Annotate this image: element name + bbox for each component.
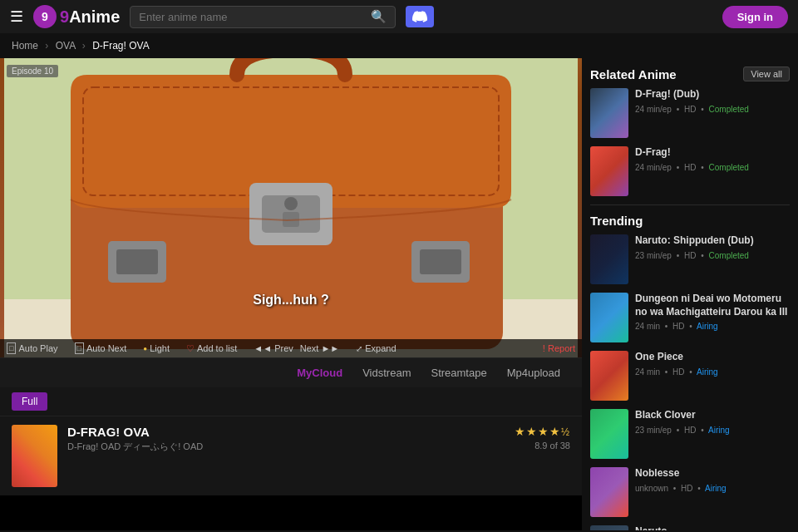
rating-count: 8.9 of 38 xyxy=(534,441,570,451)
discord-icon[interactable] xyxy=(406,6,434,27)
bag-illustration xyxy=(0,58,582,357)
search-input[interactable] xyxy=(131,7,362,27)
trending-info-3: One Piece 24 min • HD • Airing xyxy=(635,351,790,378)
search-bar[interactable]: 🔍 xyxy=(130,6,396,28)
trending-thumb-2 xyxy=(590,293,628,342)
related-thumb-2 xyxy=(590,146,628,196)
stream-tab-mp4upload[interactable]: Mp4upload xyxy=(497,363,570,382)
trending-info-4: Black Clover 23 min/ep • HD • Airing xyxy=(635,409,790,436)
anime-rating: ★★★★½ 8.9 of 38 xyxy=(515,425,570,451)
trending-info-2: Dungeon ni Deai wo Motomeru no wa Machig… xyxy=(635,293,790,332)
search-button[interactable]: 🔍 xyxy=(362,7,395,27)
trending-title-3: One Piece xyxy=(635,351,790,364)
stream-tab-vidstream[interactable]: Vidstream xyxy=(352,363,421,382)
related-meta-2: 24 min/ep • HD • Completed xyxy=(635,161,790,174)
trending-info-1: Naruto: Shippuden (Dub) 23 min/ep • HD •… xyxy=(635,234,790,262)
stream-tab-mycloud[interactable]: MyCloud xyxy=(287,363,352,382)
episode-badge: Episode 10 xyxy=(7,65,58,77)
hamburger-menu[interactable]: ☰ xyxy=(10,7,23,26)
prev-button[interactable]: ◄◄ Prev xyxy=(254,343,293,353)
related-anime-item[interactable]: D-Frag! 24 min/ep • HD • Completed xyxy=(590,146,790,196)
trending-thumb-6 xyxy=(590,525,628,530)
related-meta-1: 24 min/ep • HD • Completed xyxy=(635,103,790,116)
trending-thumb-3 xyxy=(590,351,628,401)
anime-info-row: D-FRAG! OVA D-Frag! OAD ディーふらぐ! OAD ★★★★… xyxy=(0,416,582,495)
anime-thumbnail xyxy=(12,425,57,487)
trending-title: Trending xyxy=(590,214,643,228)
trending-title-4: Black Clover xyxy=(635,409,790,422)
trending-thumb-5 xyxy=(590,467,628,517)
subtitle-text: Sigh...huh ? xyxy=(253,293,329,308)
trending-item[interactable]: Noblesse unknown • HD • Airing xyxy=(590,467,790,517)
video-controls: □ Auto Play □ Auto Next ● Light ♡ Add to… xyxy=(0,339,582,357)
anime-info-text: D-FRAG! OVA D-Frag! OAD ディーふらぐ! OAD xyxy=(67,425,505,453)
video-frame: Episode 10 Sigh...huh ? xyxy=(0,58,582,357)
auto-play-control[interactable]: □ Auto Play xyxy=(7,342,58,354)
trending-item[interactable]: One Piece 24 min • HD • Airing xyxy=(590,351,790,401)
related-info-1: D-Frag! (Dub) 24 min/ep • HD • Completed xyxy=(635,88,790,116)
logo-icon: 9 xyxy=(33,5,57,28)
trending-header: Trending xyxy=(590,214,790,228)
trending-info-6: Naruto 24 min • HD • Completed xyxy=(635,525,790,530)
trending-title-2: Dungeon ni Deai wo Motomeru no wa Machig… xyxy=(635,293,790,318)
trending-meta-1: 23 min/ep • HD • Completed xyxy=(635,249,790,262)
related-thumb-1 xyxy=(590,88,628,138)
trending-title-5: Noblesse xyxy=(635,467,790,480)
auto-next-control[interactable]: □ Auto Next xyxy=(75,342,127,354)
expand-button[interactable]: ⤢ Expand xyxy=(356,343,396,353)
trending-meta-5: unknown • HD • Airing xyxy=(635,482,790,495)
report-button[interactable]: ! Report xyxy=(543,343,575,353)
breadcrumb-current: D-Frag! OVA xyxy=(92,40,149,52)
video-player[interactable]: Episode 10 Sigh...huh ? □ Auto Play □ Au… xyxy=(0,58,582,357)
main-layout: Episode 10 Sigh...huh ? □ Auto Play □ Au… xyxy=(0,58,798,530)
trending-meta-4: 23 min/ep • HD • Airing xyxy=(635,424,790,436)
light-control[interactable]: ● Light xyxy=(143,343,170,353)
related-title-1: D-Frag! (Dub) xyxy=(635,88,790,101)
trending-item[interactable]: Black Clover 23 min/ep • HD • Airing xyxy=(590,409,790,459)
stream-tab-streamtape[interactable]: Streamtape xyxy=(421,363,496,382)
logo[interactable]: 9 9Anime xyxy=(33,5,120,28)
add-to-list-control[interactable]: ♡ Add to list xyxy=(186,343,237,354)
section-divider xyxy=(590,204,790,205)
trending-meta-3: 24 min • HD • Airing xyxy=(635,366,790,378)
anime-title: D-FRAG! OVA xyxy=(67,425,505,439)
related-anime-item[interactable]: D-Frag! (Dub) 24 min/ep • HD • Completed xyxy=(590,88,790,138)
svg-rect-9 xyxy=(116,249,158,274)
trending-meta-2: 24 min • HD • Airing xyxy=(635,320,790,332)
trending-info-5: Noblesse unknown • HD • Airing xyxy=(635,467,790,495)
rating-stars: ★★★★½ xyxy=(515,425,570,438)
right-sidebar: Related Anime View all D-Frag! (Dub) 24 … xyxy=(582,58,798,530)
next-button[interactable]: Next ►► xyxy=(300,343,339,353)
trending-item[interactable]: Naruto: Shippuden (Dub) 23 min/ep • HD •… xyxy=(590,234,790,284)
trending-thumb-1 xyxy=(590,234,628,284)
related-title-2: D-Frag! xyxy=(635,146,790,160)
full-row: Full xyxy=(0,387,582,416)
view-all-button[interactable]: View all xyxy=(743,66,790,81)
breadcrumb-ova[interactable]: OVA xyxy=(56,40,76,52)
trending-title-6: Naruto xyxy=(635,525,790,530)
related-anime-header: Related Anime View all xyxy=(590,66,790,81)
logo-text: 9Anime xyxy=(60,7,120,27)
anime-subtitle: D-Frag! OAD ディーふらぐ! OAD xyxy=(67,441,505,453)
svg-rect-11 xyxy=(420,249,461,274)
trending-thumb-4 xyxy=(590,409,628,459)
sign-in-button[interactable]: Sign in xyxy=(722,6,788,28)
trending-item[interactable]: Dungeon ni Deai wo Motomeru no wa Machig… xyxy=(590,293,790,342)
breadcrumb: Home › OVA › D-Frag! OVA xyxy=(0,33,798,58)
svg-point-6 xyxy=(284,197,298,210)
left-column: Episode 10 Sigh...huh ? □ Auto Play □ Au… xyxy=(0,58,582,530)
related-anime-title: Related Anime xyxy=(590,67,677,81)
header: ☰ 9 9Anime 🔍 Sign in xyxy=(0,0,798,33)
stream-options: MyCloud Vidstream Streamtape Mp4upload xyxy=(0,357,582,387)
trending-title-1: Naruto: Shippuden (Dub) xyxy=(635,234,790,248)
related-info-2: D-Frag! 24 min/ep • HD • Completed xyxy=(635,146,790,174)
full-button[interactable]: Full xyxy=(12,392,47,411)
trending-item[interactable]: Naruto 24 min • HD • Completed xyxy=(590,525,790,530)
breadcrumb-home[interactable]: Home xyxy=(12,40,38,52)
